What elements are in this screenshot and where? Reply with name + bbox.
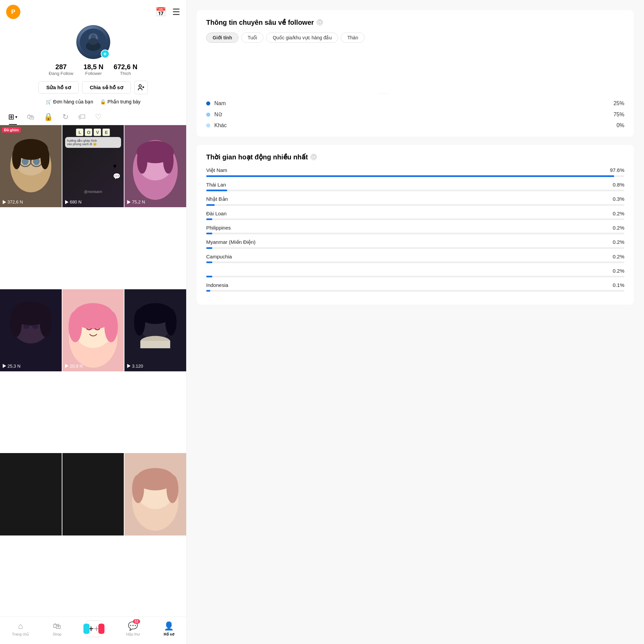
svg-point-20: [12, 147, 21, 169]
bar-track-0: [206, 175, 624, 177]
add-friend-btn[interactable]: [134, 81, 148, 94]
tab-tagged[interactable]: 🏷: [73, 109, 90, 125]
country-header-0: Việt Nam 97.6%: [206, 167, 624, 173]
nav-home-label: Trang chủ: [12, 632, 29, 637]
country-header-7: 0.2%: [206, 268, 624, 274]
activity-section: Thời gian hoạt động nhiều nhất ⓘ Việt Na…: [197, 145, 634, 305]
nav-profile[interactable]: 👤 Hồ sơ: [164, 621, 174, 637]
gender-row-female: Nữ 75%: [206, 111, 624, 118]
nav-plus[interactable]: +: [85, 620, 102, 637]
bar-track-2: [206, 204, 624, 206]
filter-tab-age[interactable]: Tuổi: [241, 33, 264, 43]
bar-fill-1: [206, 190, 227, 191]
bar-track-5: [206, 247, 624, 249]
video-cell-1[interactable]: Đã ghim 372,6 N: [0, 125, 62, 207]
country-row-3: Đài Loan 0.2%: [206, 211, 624, 220]
calendar-icon[interactable]: 📅: [155, 7, 166, 17]
followers-count: 18,5 N: [83, 63, 103, 71]
country-name-5: Myanmar (Miến Điện): [206, 239, 256, 245]
profile-nav-icon: 👤: [164, 621, 174, 631]
play-icon-3: 75,2 N: [127, 199, 145, 204]
tab-repost[interactable]: ↻: [58, 109, 73, 125]
video-cell-2[interactable]: L O V E hướng dẫn ghép hìnhvào phong xan…: [62, 125, 124, 207]
top-icons: 📅 ☰: [155, 7, 180, 17]
edit-profile-btn[interactable]: Sửa hồ sơ: [38, 81, 78, 94]
video-cell-6[interactable]: 3.120: [124, 289, 186, 371]
chevron-icon: ▾: [15, 115, 17, 119]
svg-point-45: [165, 309, 177, 335]
filter-tabs: Giới tính Tuổi Quốc gia/khu vực hàng đầu…: [206, 33, 624, 43]
country-row-8: Indonesia 0.1%: [206, 282, 624, 292]
tab-shop[interactable]: 🛍: [22, 109, 39, 125]
country-name-8: Indonesia: [206, 282, 228, 288]
action-buttons: Sửa hồ sơ Chia sẻ hồ sơ: [38, 81, 148, 94]
love-l: L: [76, 129, 83, 136]
tab-liked[interactable]: ♡: [90, 109, 106, 125]
bar-fill-5: [206, 247, 212, 249]
country-header-3: Đài Loan 0.2%: [206, 211, 624, 216]
nav-profile-label: Hồ sơ: [164, 632, 174, 637]
tiktok-actions: ♥ 💬: [113, 163, 120, 180]
svg-rect-47: [140, 341, 170, 348]
video-cell-3[interactable]: 75,2 N: [124, 125, 186, 207]
filter-tab-country[interactable]: Quốc gia/khu vực hàng đầu: [266, 33, 338, 43]
orders-label: Đơn hàng của bạn: [53, 99, 93, 104]
female-pct: 75%: [613, 112, 624, 118]
video-cell-5[interactable]: 20,9 N: [62, 289, 124, 371]
bar-fill-3: [206, 218, 212, 220]
video-cell-8[interactable]: [62, 453, 124, 535]
nav-inbox[interactable]: 💬 52 Hộp thư: [126, 621, 140, 637]
svg-point-33: [23, 324, 30, 329]
video-cell-4[interactable]: 25,3 N: [0, 289, 62, 371]
top-bar: P 📅 ☰: [0, 0, 186, 22]
tab-grid-inner: ⊞ ▾: [8, 113, 17, 121]
menu-icon[interactable]: ☰: [172, 7, 180, 17]
display-link[interactable]: 🔒 Phần trưng bày: [100, 99, 140, 104]
view-count-5: 20,9 N: [70, 364, 83, 369]
filter-tab-gender[interactable]: Giới tính: [206, 33, 238, 43]
stat-followers: 18,5 N Follower: [83, 63, 103, 76]
bar-track-4: [206, 233, 624, 234]
country-header-5: Myanmar (Miến Điện) 0.2%: [206, 239, 624, 245]
stats-row: 287 Đang Follow 18,5 N Follower 672,6 N …: [49, 63, 137, 76]
view-count-3: 75,2 N: [132, 199, 145, 204]
country-row-6: Campuchia 0.2%: [206, 254, 624, 263]
home-icon: ⌂: [18, 621, 23, 631]
orders-link[interactable]: 🛒 Đơn hàng của bạn: [46, 99, 93, 104]
nav-home[interactable]: ⌂ Trang chủ: [12, 621, 29, 637]
bar-fill-4: [206, 233, 212, 234]
activity-section-title: Thời gian hoạt động nhiều nhất ⓘ: [206, 153, 624, 161]
gender-row-male: Nam 25%: [206, 100, 624, 106]
svg-point-57: [383, 61, 448, 94]
tab-grid[interactable]: ⊞ ▾: [3, 109, 22, 125]
country-pct-6: 0.2%: [613, 254, 624, 259]
create-btn[interactable]: +: [85, 620, 102, 637]
svg-point-6: [139, 85, 141, 87]
video-cell-9[interactable]: [124, 453, 186, 535]
country-header-4: Philippines 0.2%: [206, 225, 624, 231]
followers-label: Follower: [83, 71, 103, 76]
bar-fill-2: [206, 204, 215, 206]
tab-lock[interactable]: 🔒: [39, 109, 58, 125]
tab-bar: ⊞ ▾ 🛍 🔒 ↻ 🏷 ♡: [0, 109, 186, 125]
male-label: Nam: [214, 100, 609, 106]
following-label: Đang Follow: [49, 71, 73, 76]
country-pct-4: 0.2%: [613, 225, 624, 231]
likes-count: 672,6 N: [114, 63, 137, 71]
video-cell-7[interactable]: [0, 453, 62, 535]
add-avatar-btn[interactable]: +: [101, 50, 110, 58]
filter-tab-city[interactable]: Thàn: [341, 33, 365, 43]
left-panel: P 📅 ☰ + 287 Đ: [0, 0, 187, 644]
play-icon-5: 20,9 N: [65, 364, 83, 369]
play-icon-4: 25,3 N: [3, 364, 20, 369]
create-btn-left-accent: [83, 624, 90, 634]
share-profile-btn[interactable]: Chia sẻ hồ sơ: [82, 81, 131, 94]
svg-point-39: [69, 311, 82, 342]
shop-icon: 🛍: [53, 621, 61, 631]
bottom-nav: ⌂ Trang chủ 🛍 Shop + 💬 52 Hộp thư 👤 Hồ s…: [0, 617, 186, 644]
follower-section: Thông tin chuyên sâu về follower ⓘ Giới …: [197, 10, 634, 137]
logo-btn[interactable]: P: [6, 5, 20, 19]
love-overlay: L O V E: [76, 129, 110, 136]
nav-shop[interactable]: 🛍 Shop: [53, 621, 62, 636]
country-pct-1: 0.8%: [613, 182, 624, 188]
